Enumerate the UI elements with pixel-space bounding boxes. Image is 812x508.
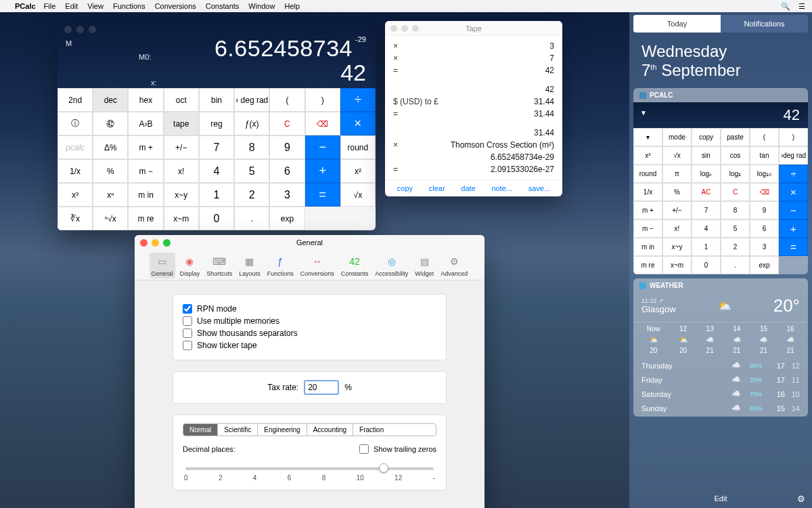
mini-key-8[interactable]: 8 (721, 201, 750, 219)
format-scientific[interactable]: Scientific (218, 424, 258, 436)
prefs-tab-advanced[interactable]: ⚙Advanced (438, 253, 470, 278)
key-+/−[interactable]: +/− (164, 135, 199, 159)
tab-notifications[interactable]: Notifications (721, 15, 808, 33)
mini-key-x²[interactable]: x² (633, 146, 662, 165)
menu-help[interactable]: Help (284, 2, 300, 10)
key-pcalc[interactable]: pcalc (58, 135, 93, 159)
mini-key-log₂[interactable]: log₂ (721, 165, 750, 183)
mini-key-exp[interactable]: exp (750, 256, 779, 274)
tape-date[interactable]: date (461, 184, 475, 192)
key-3[interactable]: 3 (269, 183, 304, 207)
key-÷[interactable]: ÷ (340, 88, 376, 112)
window-controls[interactable] (140, 239, 171, 247)
slider-knob[interactable] (379, 463, 388, 473)
menu-conversions[interactable]: Conversions (155, 2, 196, 10)
key-1[interactable]: 1 (199, 183, 234, 207)
mini-key-paste[interactable]: paste (721, 128, 750, 146)
key-A›B[interactable]: A›B (128, 112, 163, 135)
mini-key-log₁₀[interactable]: log₁₀ (750, 165, 779, 183)
menu-constants[interactable]: Constants (206, 2, 240, 10)
menu-view[interactable]: View (87, 2, 104, 10)
key-xⁿ[interactable]: xⁿ (93, 183, 128, 207)
key-m re[interactable]: m re (128, 207, 163, 230)
key-m −[interactable]: m − (128, 159, 163, 183)
key-ⓘ[interactable]: ⓘ (58, 112, 93, 135)
key-ƒ(x)[interactable]: ƒ(x) (234, 112, 269, 135)
mini-key-copy[interactable]: copy (692, 128, 721, 146)
mini-key-x![interactable]: x! (662, 219, 692, 238)
checkbox-use-multiple-memories[interactable] (183, 316, 192, 326)
key-m in[interactable]: m in (128, 183, 163, 207)
mini-key-m re[interactable]: m re (633, 256, 662, 274)
mini-key-)[interactable]: ) (779, 128, 808, 146)
key-› deg rad[interactable]: › deg rad (234, 88, 269, 112)
key-ⁿ√x[interactable]: ⁿ√x (93, 207, 128, 230)
chevron-down-icon[interactable]: ▼ (640, 109, 647, 117)
checkbox-show-ticker-tape[interactable] (183, 341, 192, 350)
mini-key-C[interactable]: C (721, 183, 750, 201)
key-x³[interactable]: x³ (58, 183, 93, 207)
prefs-tab-widget[interactable]: ▤Widget (413, 253, 436, 278)
mini-key-1/x[interactable]: 1/x (633, 183, 662, 201)
mini-key-▾[interactable]: ▾ (633, 128, 662, 146)
mini-key-m +[interactable]: m + (633, 201, 662, 219)
key-reg[interactable]: reg (199, 112, 234, 135)
key-⌫[interactable]: ⌫ (305, 112, 340, 135)
prefs-tab-accessibility[interactable]: ◎Accessibility (373, 253, 410, 278)
key-9[interactable]: 9 (269, 135, 304, 159)
key-x~m[interactable]: x~m (164, 207, 199, 230)
mini-key-AC[interactable]: AC (692, 183, 721, 201)
key-oct[interactable]: oct (164, 88, 199, 112)
key-−[interactable]: − (305, 135, 340, 159)
notification-center-icon[interactable]: ☰ (798, 2, 805, 11)
mini-key-×[interactable]: × (779, 183, 808, 201)
key-tape[interactable]: tape (164, 112, 199, 135)
key-2[interactable]: 2 (234, 183, 269, 207)
mini-key-x~m[interactable]: x~m (662, 256, 692, 274)
mini-key-›deg rad[interactable]: ›deg rad (779, 146, 808, 165)
mini-key-round[interactable]: round (633, 165, 662, 183)
mini-key-√x[interactable]: √x (662, 146, 692, 165)
key-4[interactable]: 4 (199, 159, 234, 183)
window-controls[interactable] (64, 26, 96, 33)
tab-today[interactable]: Today (633, 15, 721, 33)
mini-key-3[interactable]: 3 (750, 238, 779, 256)
key-x²[interactable]: x² (340, 159, 376, 183)
mini-key-1[interactable]: 1 (692, 238, 721, 256)
trailing-zeros-checkbox[interactable] (359, 444, 369, 454)
mini-key-tan[interactable]: tan (750, 146, 779, 165)
key-bin[interactable]: bin (199, 88, 234, 112)
format-fraction[interactable]: Fraction (353, 424, 390, 436)
menu-edit[interactable]: Edit (65, 2, 78, 10)
key-dec[interactable]: dec (93, 88, 128, 112)
mini-key-π[interactable]: π (662, 165, 692, 183)
nc-edit-button[interactable]: Edit (629, 492, 812, 505)
checkbox-show-thousands-separators[interactable] (183, 329, 192, 338)
decimal-slider[interactable] (185, 467, 434, 470)
key-round[interactable]: round (340, 135, 376, 159)
mini-key-5[interactable]: 5 (721, 219, 750, 238)
window-controls[interactable] (390, 25, 419, 32)
key-0[interactable]: 0 (199, 207, 234, 230)
mini-key-logₑ[interactable]: logₑ (692, 165, 721, 183)
gear-icon[interactable]: ⚙ (797, 494, 805, 504)
key-([interactable]: ( (269, 88, 304, 112)
mini-key-%[interactable]: % (662, 183, 692, 201)
key-6[interactable]: 6 (269, 159, 304, 183)
tax-input[interactable] (304, 380, 339, 395)
mini-key-+/−[interactable]: +/− (662, 201, 692, 219)
prefs-tab-layouts[interactable]: ▦Layouts (237, 253, 263, 278)
format-normal[interactable]: Normal (183, 424, 218, 436)
mini-key-+[interactable]: + (779, 219, 808, 238)
prefs-tab-display[interactable]: ◉Display (178, 253, 202, 278)
mini-key-7[interactable]: 7 (692, 201, 721, 219)
menu-file[interactable]: File (44, 2, 56, 10)
spotlight-icon[interactable]: 🔍 (781, 2, 790, 11)
key-8[interactable]: 8 (234, 135, 269, 159)
tape-note[interactable]: note... (491, 184, 512, 192)
mini-key-m in[interactable]: m in (633, 238, 662, 256)
mini-key-÷[interactable]: ÷ (779, 165, 808, 183)
mini-key-−[interactable]: − (779, 201, 808, 219)
key-∛x[interactable]: ∛x (58, 207, 93, 230)
mini-key-⌫[interactable]: ⌫ (750, 183, 779, 201)
